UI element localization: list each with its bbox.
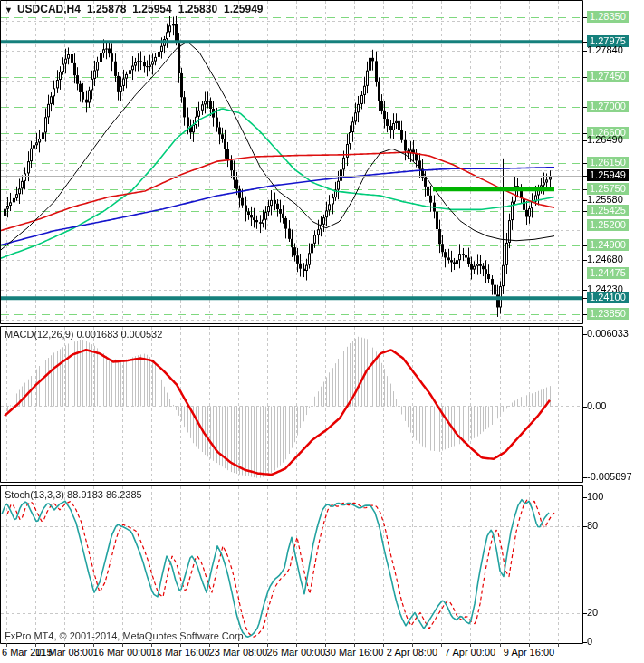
time-axis-label: 9 Apr 16:00 [504,647,554,658]
quote-low: 1.25830 [178,3,217,15]
time-axis-tick [500,643,501,647]
stochastic-indicator-canvas[interactable] [0,485,583,644]
time-axis-label: 23 Mar 08:00 [209,647,268,658]
main-price-chart-canvas[interactable] [0,0,583,324]
price-axis-label: 1.26490 [587,134,623,146]
stoch-value-d: 86.2385 [106,489,142,500]
price-axis-label: 1.24900 [587,239,629,251]
time-axis-label: 11 Mar 08:00 [35,647,93,658]
time-axis-tick [93,643,94,647]
stoch-label: Stoch(13,3,3) 88.9183 86.2385 [5,489,142,500]
price-axis-label: 1.25200 [587,219,629,231]
price-axis-label: 1.23850 [587,308,629,320]
time-axis-tick [354,643,355,647]
price-axis-label: 1.24680 [587,254,623,265]
price-axis-label: 1.25425 [587,205,629,216]
time-axis-tick [325,643,326,647]
macd-indicator-canvas[interactable] [0,326,583,483]
quote-close: 1.25949 [224,3,263,15]
macd-value-main: 0.001683 [76,329,118,340]
current-price-label: 1.25949 [587,169,629,181]
time-axis-tick [383,643,384,647]
time-axis-tick [296,643,297,647]
time-axis-label: 30 Mar 16:00 [325,647,384,658]
time-axis-tick [151,643,152,647]
macd-label: MACD(12,26,9) 0.001683 0.000532 [5,329,162,340]
time-axis-tick [238,643,239,647]
stoch-axis-label: 80 [587,520,598,532]
time-axis-tick [122,643,123,647]
macd-axis-label: -0.005897 [587,471,632,483]
macd-axis-label: 0.00 [587,400,606,412]
time-axis-tick [209,643,210,647]
time-axis-tick [180,643,181,647]
quote-open: 1.25878 [87,3,126,15]
macd-name: MACD(12,26,9) [5,329,73,340]
price-axis-label: 1.28350 [587,11,629,23]
branding-text: FxPro MT4, © 2001-2014, MetaQuotes Softw… [5,630,246,641]
stoch-axis-label: 0 [587,636,592,648]
chart-title: ▼USDCAD,H41.258781.259541.258301.25949 [5,3,264,15]
time-axis-tick [64,643,65,647]
time-axis-tick [558,643,559,647]
time-axis-label: 7 Apr 00:00 [445,647,495,658]
time-axis-tick [470,643,471,647]
macd-axis-label: 0.006033 [587,328,629,340]
symbol-label: USDCAD,H4 [17,3,81,15]
price-axis-label: 1.24475 [587,267,629,279]
stoch-axis-label: 100 [587,491,603,503]
time-axis-label: 16 Mar 00:00 [93,647,152,658]
stoch-value-k: 88.9183 [67,489,103,500]
time-axis-tick [412,643,413,647]
time-axis-tick [35,643,36,647]
stoch-name: Stoch(13,3,3) [5,489,64,500]
time-axis-label: 2 Apr 08:00 [387,647,437,658]
time-axis-tick [529,643,530,647]
price-axis-label: 1.27000 [587,101,629,112]
time-axis-tick [267,643,268,647]
price-axis-label: 1.27840 [587,44,623,56]
quote-high: 1.25954 [132,3,171,15]
macd-value-signal: 0.000532 [120,329,162,340]
price-axis-label: 1.27450 [587,71,629,82]
price-axis-label: 1.24100 [587,292,629,303]
time-axis-tick [441,643,442,647]
time-axis-label: 18 Mar 16:00 [151,647,210,658]
time-axis-tick [6,643,7,647]
price-axis-label: 1.26150 [587,157,629,168]
symbol-dropdown-icon[interactable]: ▼ [5,5,13,14]
stoch-axis-label: 20 [587,607,598,619]
time-axis-label: 26 Mar 00:00 [267,647,326,658]
mt4-chart-window: ▼USDCAD,H41.258781.259541.258301.25949 M… [0,0,644,663]
